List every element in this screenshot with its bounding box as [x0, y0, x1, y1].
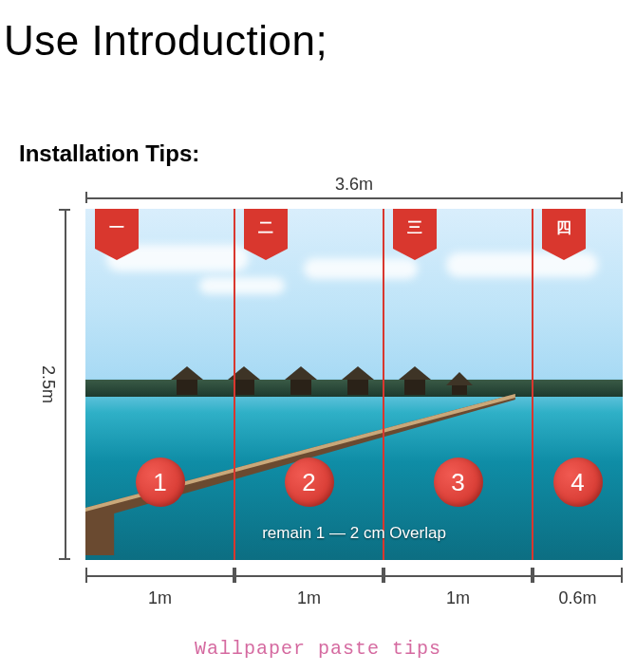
dimension-segment-label: 1m: [234, 588, 383, 608]
dimension-segment-label: 1m: [383, 588, 533, 608]
hut-decoration: [171, 366, 203, 395]
dimension-total-width-label: 3.6m: [85, 175, 623, 195]
panel-tab-4: 四: [542, 209, 586, 249]
dimension-total-width: 3.6m: [85, 177, 623, 205]
panel-tab-3: 三: [393, 209, 437, 249]
wallpaper-preview: 一1二2三3四4 remain 1 — 2 cm Overlap: [85, 209, 623, 560]
panel-divider: [383, 209, 384, 560]
cloud-decoration: [199, 277, 285, 294]
dimension-segment: 1m: [234, 568, 383, 606]
cloud-decoration: [304, 258, 418, 279]
hut-decoration: [399, 366, 431, 395]
dimension-total-height-label: 2.5m: [38, 209, 58, 560]
section-heading: Installation Tips:: [19, 140, 199, 167]
dimension-segment: 1m: [383, 568, 533, 606]
panel-divider: [532, 209, 533, 560]
panel-number-2: 2: [285, 457, 334, 507]
dimension-segment-label: 0.6m: [533, 588, 623, 608]
overlap-note: remain 1 — 2 cm Overlap: [85, 524, 623, 543]
dimension-segment: 0.6m: [533, 568, 623, 606]
panel-tab-2: 二: [244, 209, 288, 249]
dimension-segment: 1m: [85, 568, 234, 606]
hut-decoration: [285, 366, 317, 395]
panel-number-3: 3: [434, 457, 483, 507]
panel-tab-1: 一: [95, 209, 139, 249]
dimension-total-height: 2.5m: [44, 209, 72, 560]
dimension-segment-label: 1m: [85, 588, 234, 608]
panel-number-1: 1: [136, 457, 185, 507]
panel-divider: [234, 209, 235, 560]
hut-decoration: [342, 366, 374, 395]
page-title: Use Introduction;: [4, 17, 327, 65]
figure-caption: Wallpaper paste tips: [0, 638, 636, 660]
dimension-panel-widths: 1m1m1m0.6m: [85, 568, 623, 613]
panel-number-4: 4: [553, 457, 603, 507]
hut-decoration: [446, 372, 473, 395]
